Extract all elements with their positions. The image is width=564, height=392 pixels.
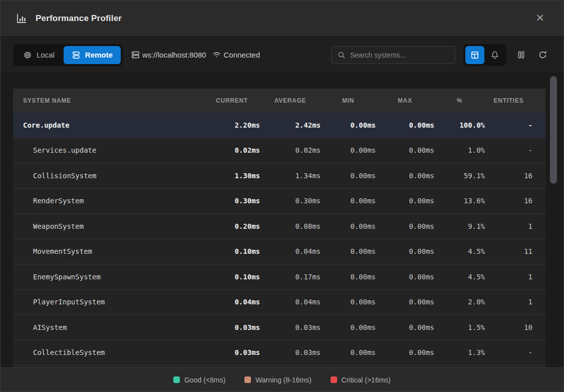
source-toggle: Local Remote <box>13 44 123 66</box>
table-view-icon <box>470 51 479 60</box>
percent-value-cell: 1.3% <box>434 348 485 356</box>
system-name-cell: AISystem <box>13 323 204 331</box>
legend-item: Warning (8-16ms) <box>244 376 312 384</box>
local-button-label: Local <box>37 51 55 59</box>
view-toggle <box>463 44 506 66</box>
system-name-cell: RenderSystem <box>13 197 204 205</box>
table-row[interactable]: MovementSystem 0.10ms 0.04ms 0.00ms 0.00… <box>13 239 545 265</box>
percent-value-cell: 13.6% <box>434 197 485 205</box>
entities-value-cell: 1 <box>485 222 532 230</box>
legend-swatch <box>173 376 180 383</box>
table-view-button[interactable] <box>465 46 484 64</box>
table-row[interactable]: CollisionSystem 1.30ms 1.34ms 0.00ms 0.0… <box>13 163 545 189</box>
percent-value-cell: 2.0% <box>434 298 485 306</box>
websocket-url-label: ws://localhost:8080 <box>142 51 206 59</box>
legend-item: Critical (>16ms) <box>331 376 391 384</box>
legend-label: Critical (>16ms) <box>342 376 391 384</box>
max-value-cell: 0.00ms <box>376 121 434 129</box>
entities-value-cell: 16 <box>485 172 532 180</box>
system-name-cell: Services.update <box>13 146 204 154</box>
percent-value-cell: 4.5% <box>434 273 485 281</box>
min-value-cell: 0.00ms <box>321 273 376 281</box>
bell-icon <box>490 51 499 60</box>
max-value-cell: 0.00ms <box>376 197 434 205</box>
legend-label: Warning (8-16ms) <box>255 376 312 384</box>
current-value-cell: 0.03ms <box>204 323 260 331</box>
table-row[interactable]: AISystem 0.03ms 0.03ms 0.00ms 0.00ms 1.5… <box>13 315 545 340</box>
system-name-cell: MovementSystem <box>13 247 204 255</box>
local-button[interactable]: Local <box>15 46 63 64</box>
max-value-cell: 0.00ms <box>376 247 434 255</box>
connection-status: Connected <box>212 50 260 60</box>
legend-label: Good (<8ms) <box>184 376 225 384</box>
cpu-chip-icon <box>23 51 32 60</box>
remote-button[interactable]: Remote <box>64 46 121 64</box>
connection-info: ws://localhost:8080 Connected <box>131 50 260 60</box>
table-body: Core.update 2.20ms 2.42ms 0.00ms 0.00ms … <box>13 113 545 365</box>
system-name-cell: WeaponSystem <box>13 222 204 230</box>
system-name-cell: CollectibleSystem <box>13 348 204 356</box>
system-name-cell: EnemySpawnSystem <box>13 273 204 281</box>
max-value-cell: 0.00ms <box>376 172 434 180</box>
titlebar: Performance Profiler ✕ <box>1 1 563 37</box>
column-header-max: MAX <box>376 97 434 104</box>
min-value-cell: 0.00ms <box>321 222 376 230</box>
min-value-cell: 0.00ms <box>321 348 376 356</box>
systems-table: SYSTEM NAME CURRENT AVERAGE MIN MAX % EN… <box>13 89 545 365</box>
average-value-cell: 0.04ms <box>260 247 321 255</box>
table-row[interactable]: WeaponSystem 0.20ms 0.08ms 0.00ms 0.00ms… <box>13 214 545 239</box>
entities-value-cell: - <box>485 121 532 129</box>
pause-button[interactable] <box>514 48 528 62</box>
search-input[interactable] <box>350 51 449 59</box>
remote-button-label: Remote <box>85 51 113 59</box>
partial-row <box>13 365 545 367</box>
current-value-cell: 0.10ms <box>204 273 260 281</box>
wifi-icon <box>212 50 221 60</box>
entities-value-cell: 1 <box>485 273 532 281</box>
entities-value-cell: 1 <box>485 298 532 306</box>
column-header-percent: % <box>434 97 485 104</box>
column-header-average: AVERAGE <box>260 97 321 104</box>
min-value-cell: 0.00ms <box>321 197 376 205</box>
table-row[interactable]: Core.update 2.20ms 2.42ms 0.00ms 0.00ms … <box>13 113 545 138</box>
average-value-cell: 2.42ms <box>260 121 321 129</box>
column-header-entities: ENTITIES <box>485 97 532 104</box>
legend-bar: Good (<8ms) Warning (8-16ms) Critical (>… <box>1 367 563 391</box>
current-value-cell: 0.02ms <box>204 146 260 154</box>
average-value-cell: 1.34ms <box>260 172 321 180</box>
table-row[interactable]: PlayerInputSystem 0.04ms 0.04ms 0.00ms 0… <box>13 290 545 315</box>
entities-value-cell: 16 <box>485 197 532 205</box>
connection-status-label: Connected <box>223 51 260 59</box>
bar-chart-icon <box>16 13 28 25</box>
page-title: Performance Profiler <box>36 14 122 24</box>
column-header-min: MIN <box>321 97 376 104</box>
notifications-button[interactable] <box>485 46 504 64</box>
close-button[interactable]: ✕ <box>533 11 546 26</box>
max-value-cell: 0.00ms <box>376 273 434 281</box>
average-value-cell: 0.03ms <box>260 348 321 356</box>
server-icon <box>131 50 140 60</box>
table-header-row: SYSTEM NAME CURRENT AVERAGE MIN MAX % EN… <box>13 89 545 113</box>
percent-value-cell: 59.1% <box>434 172 485 180</box>
current-value-cell: 0.10ms <box>204 247 260 255</box>
current-value-cell: 0.04ms <box>204 298 260 306</box>
table-row[interactable]: CollectibleSystem 0.03ms 0.03ms 0.00ms 0… <box>13 340 545 366</box>
max-value-cell: 0.00ms <box>376 323 434 331</box>
percent-value-cell: 1.5% <box>434 323 485 331</box>
vertical-scrollbar-thumb[interactable] <box>550 76 557 184</box>
entities-value-cell: - <box>485 146 532 154</box>
legend-swatch <box>244 376 251 383</box>
system-name-cell: PlayerInputSystem <box>13 298 204 306</box>
min-value-cell: 0.00ms <box>321 323 376 331</box>
refresh-icon <box>538 50 547 60</box>
max-value-cell: 0.00ms <box>376 348 434 356</box>
average-value-cell: 0.08ms <box>260 222 321 230</box>
entities-value-cell: - <box>485 348 532 356</box>
table-row[interactable]: Services.update 0.02ms 0.02ms 0.00ms 0.0… <box>13 138 545 164</box>
performance-profiler-window: Performance Profiler ✕ Local <box>0 0 564 392</box>
min-value-cell: 0.00ms <box>321 247 376 255</box>
table-row[interactable]: RenderSystem 0.30ms 0.30ms 0.00ms 0.00ms… <box>13 189 545 214</box>
table-row[interactable]: EnemySpawnSystem 0.10ms 0.17ms 0.00ms 0.… <box>13 264 545 290</box>
refresh-button[interactable] <box>536 48 549 62</box>
current-value-cell: 0.30ms <box>204 197 260 205</box>
